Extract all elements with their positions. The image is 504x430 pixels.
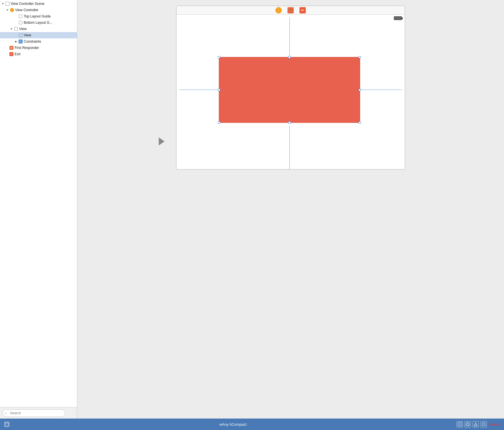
constraint-vertical-top <box>289 17 290 60</box>
firstresponder-icon <box>9 46 14 50</box>
toolbar-vc-icon <box>275 7 282 13</box>
red-view[interactable] <box>219 57 360 123</box>
sidebar-item-toplayout[interactable]: Top Layout Guide <box>0 13 77 19</box>
constraint-vertical-bottom <box>289 126 290 169</box>
toggle-bottomlayout <box>14 20 18 25</box>
toolbar-exit-icon: ↩ <box>299 7 306 13</box>
resizing-icon[interactable] <box>481 421 487 427</box>
vc-toolbar: ↩ <box>176 6 405 15</box>
toggle-exit <box>5 52 9 56</box>
align-icon[interactable] <box>457 421 463 427</box>
watermark-text: ecto.cn <box>490 423 500 426</box>
constraint-horizontal-right <box>356 90 402 90</box>
view-parent-icon <box>14 27 18 31</box>
toggle-firstresponder <box>5 46 9 50</box>
sidebar-item-firstresponder[interactable]: First Responder <box>0 45 77 51</box>
search-input[interactable] <box>2 409 65 417</box>
handle-tc[interactable] <box>288 56 291 58</box>
handle-tl[interactable] <box>218 56 220 58</box>
vc-content <box>176 15 405 169</box>
scene-icon <box>5 1 10 6</box>
bottom-bar: wAny hCompact <box>0 419 504 430</box>
constraints-icon <box>18 39 23 44</box>
scene-label: View Controller Scene <box>11 2 45 6</box>
size-label: wAny hCompact <box>219 422 247 427</box>
resolve-icon[interactable] <box>473 421 479 427</box>
view-child-icon <box>18 33 23 38</box>
bottom-bar-left <box>4 422 9 427</box>
constraints-label: Constraints <box>24 40 41 44</box>
toplayout-icon <box>18 14 23 19</box>
sidebar-item-scene[interactable]: ▼ View Controller Scene <box>0 1 77 7</box>
sidebar-item-exit[interactable]: Exit <box>0 51 77 57</box>
bottom-bar-right: ecto.cn <box>457 421 500 427</box>
entry-arrow <box>159 137 164 145</box>
toggle-scene[interactable]: ▼ <box>1 1 5 6</box>
firstresponder-label: First Responder <box>15 46 39 50</box>
view-as-icon[interactable] <box>4 422 9 427</box>
sidebar-tree: ▼ View Controller Scene ▼ View Controlle… <box>0 0 77 407</box>
canvas-area[interactable]: ↩ <box>77 0 504 419</box>
handle-tr[interactable] <box>359 56 361 58</box>
sidebar-item-view-parent[interactable]: ▼ View <box>0 26 77 32</box>
svg-point-12 <box>475 425 476 426</box>
exit-icon <box>9 52 14 56</box>
toggle-toplayout <box>14 14 18 19</box>
sidebar-item-viewcontroller[interactable]: ▼ View Controller <box>0 7 77 13</box>
main-container: ▼ View Controller Scene ▼ View Controlle… <box>0 0 504 419</box>
handle-br[interactable] <box>359 121 361 124</box>
vc-label: View Controller <box>15 8 38 12</box>
view-parent-label: View <box>19 27 27 31</box>
handle-mr[interactable] <box>359 89 361 91</box>
watermark-bottom: ecto.cn <box>490 423 500 426</box>
sidebar-item-constraints[interactable]: ▶ Constraints <box>0 38 77 45</box>
battery-icon <box>394 16 402 20</box>
search-wrapper: ⌕ <box>2 409 65 417</box>
handle-ml[interactable] <box>218 89 220 91</box>
entry-arrow-shape <box>159 137 164 145</box>
status-bar <box>394 16 402 20</box>
toggle-constraints[interactable]: ▶ <box>14 39 18 44</box>
handle-bl[interactable] <box>218 121 220 124</box>
sidebar-item-view-child[interactable]: View <box>0 32 77 38</box>
svg-rect-1 <box>5 423 9 426</box>
sidebar-search-area: ⌕ <box>0 407 77 419</box>
bottomlayout-icon <box>18 20 23 25</box>
toplayout-label: Top Layout Guide <box>24 14 51 18</box>
sidebar-item-bottomlayout[interactable]: Bottom Layout G... <box>0 19 77 26</box>
toolbar-cube-icon <box>287 7 294 13</box>
toggle-vc[interactable]: ▼ <box>5 8 10 12</box>
search-icon: ⌕ <box>5 411 7 415</box>
pin-icon[interactable] <box>465 421 471 427</box>
toggle-view-parent[interactable]: ▼ <box>9 27 14 31</box>
constraint-horizontal-left <box>179 90 219 90</box>
vc-frame: ↩ <box>176 6 405 169</box>
handle-bc[interactable] <box>288 121 291 124</box>
exit-label: Exit <box>15 52 20 56</box>
view-child-label: View <box>24 33 31 37</box>
vc-icon <box>10 8 14 12</box>
sidebar: ▼ View Controller Scene ▼ View Controlle… <box>0 0 77 419</box>
toggle-view-child <box>14 33 18 38</box>
bottomlayout-label: Bottom Layout G... <box>24 21 52 25</box>
